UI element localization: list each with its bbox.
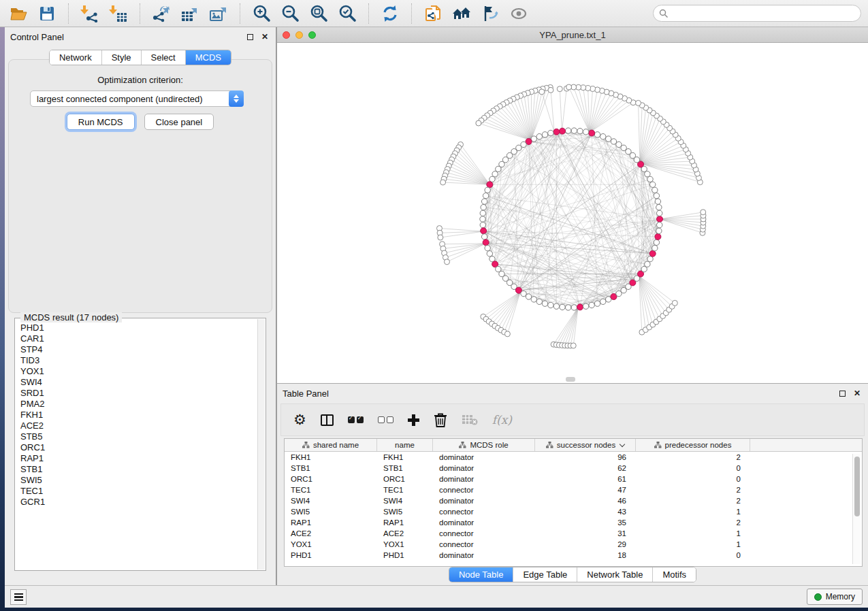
float-panel-icon[interactable] bbox=[244, 31, 255, 42]
mcds-result-item[interactable]: SWI4 bbox=[20, 377, 257, 388]
table-row[interactable]: ACE2ACE2connector311 bbox=[285, 528, 862, 539]
optimization-criterion-select[interactable]: largest connected component (undirected) bbox=[30, 90, 244, 107]
leaf-node[interactable] bbox=[476, 120, 481, 126]
table-row[interactable]: ORC1ORC1dominator610 bbox=[285, 474, 862, 484]
tab-mcds[interactable]: MCDS bbox=[185, 50, 231, 65]
network-node[interactable] bbox=[594, 132, 600, 137]
mcds-result-item[interactable]: FKH1 bbox=[20, 410, 257, 420]
network-node[interactable] bbox=[594, 301, 600, 306]
network-window-titlebar[interactable]: YPA_prune.txt_1 bbox=[277, 27, 868, 43]
column-header-name[interactable]: name bbox=[377, 439, 433, 451]
network-node[interactable] bbox=[548, 302, 553, 308]
network-node[interactable] bbox=[492, 171, 498, 177]
mcds-node[interactable] bbox=[483, 240, 489, 246]
leaf-node[interactable] bbox=[548, 87, 553, 93]
table-scrollbar[interactable] bbox=[852, 454, 861, 564]
leaf-node[interactable] bbox=[636, 100, 641, 105]
deselect-all-columns-icon[interactable] bbox=[378, 410, 393, 430]
network-node[interactable] bbox=[649, 182, 655, 187]
mcds-result-item[interactable]: STP4 bbox=[20, 344, 257, 355]
network-node[interactable] bbox=[487, 251, 492, 257]
network-node[interactable] bbox=[548, 130, 553, 135]
network-node[interactable] bbox=[600, 299, 606, 304]
leaf-node[interactable] bbox=[440, 180, 446, 185]
show-columns-icon[interactable] bbox=[321, 410, 334, 430]
network-node[interactable] bbox=[645, 171, 650, 177]
column-header-shared-name[interactable]: shared name bbox=[285, 439, 377, 451]
memory-button[interactable]: Memory bbox=[807, 589, 863, 605]
close-panel-icon[interactable]: ✕ bbox=[259, 31, 270, 42]
mcds-node[interactable] bbox=[487, 182, 493, 188]
network-node[interactable] bbox=[480, 210, 485, 216]
close-table-panel-icon[interactable]: ✕ bbox=[852, 388, 863, 399]
mcds-result-item[interactable]: TEC1 bbox=[20, 486, 257, 497]
network-node[interactable] bbox=[616, 142, 622, 147]
search-box[interactable] bbox=[653, 5, 861, 22]
network-node[interactable] bbox=[480, 222, 485, 227]
network-node[interactable] bbox=[657, 210, 662, 216]
refresh-layout-icon[interactable] bbox=[379, 3, 402, 24]
network-node[interactable] bbox=[536, 299, 542, 304]
network-node[interactable] bbox=[645, 261, 650, 267]
network-node[interactable] bbox=[485, 187, 490, 193]
network-node[interactable] bbox=[654, 240, 659, 245]
search-input[interactable] bbox=[669, 9, 855, 18]
leaf-node[interactable] bbox=[557, 86, 562, 92]
network-node[interactable] bbox=[577, 128, 583, 133]
column-header-MCDS-role[interactable]: MCDS role bbox=[433, 439, 535, 451]
leaf-node[interactable] bbox=[504, 331, 510, 337]
network-node[interactable] bbox=[481, 234, 487, 240]
network-node[interactable] bbox=[565, 128, 570, 133]
mcds-node[interactable] bbox=[589, 130, 595, 136]
leaf-node[interactable] bbox=[566, 84, 572, 90]
table-row[interactable]: FKH1FKH1dominator962 bbox=[285, 452, 862, 463]
mcds-node[interactable] bbox=[559, 128, 565, 134]
hide-selected-icon[interactable] bbox=[479, 3, 502, 24]
open-session-icon[interactable] bbox=[7, 3, 30, 24]
export-network-icon[interactable] bbox=[150, 3, 173, 24]
export-table-icon[interactable] bbox=[178, 3, 202, 24]
select-all-columns-icon[interactable] bbox=[348, 410, 364, 430]
leaf-node[interactable] bbox=[701, 210, 706, 215]
table-settings-gear-icon[interactable]: ⚙ bbox=[293, 410, 306, 430]
result-list-scrollbar[interactable] bbox=[257, 319, 265, 569]
network-node[interactable] bbox=[652, 187, 658, 193]
network-node[interactable] bbox=[480, 216, 485, 222]
mcds-node[interactable] bbox=[655, 233, 661, 240]
mcds-node[interactable] bbox=[649, 250, 656, 257]
leaf-node[interactable] bbox=[539, 89, 545, 95]
close-panel-button[interactable]: Close panel bbox=[144, 114, 214, 130]
network-node[interactable] bbox=[583, 129, 588, 135]
network-node[interactable] bbox=[531, 297, 536, 302]
table-row[interactable]: STB1STB1dominator620 bbox=[285, 463, 862, 474]
table-row[interactable]: SWI4SWI4dominator462 bbox=[285, 495, 862, 506]
network-node[interactable] bbox=[485, 245, 490, 250]
network-node[interactable] bbox=[560, 304, 565, 310]
network-node[interactable] bbox=[655, 199, 660, 204]
network-node[interactable] bbox=[656, 228, 662, 233]
network-node[interactable] bbox=[611, 139, 616, 144]
task-history-button[interactable] bbox=[10, 589, 27, 605]
zoom-selected-icon[interactable] bbox=[336, 3, 359, 24]
network-node[interactable] bbox=[656, 204, 662, 210]
show-all-eye-icon[interactable] bbox=[507, 3, 530, 24]
table-tab-network-table[interactable]: Network Table bbox=[577, 567, 652, 582]
network-node[interactable] bbox=[657, 222, 662, 227]
first-neighbors-icon[interactable] bbox=[450, 3, 473, 24]
mcds-result-item[interactable]: ORC1 bbox=[20, 442, 257, 453]
clone-network-icon[interactable] bbox=[421, 3, 445, 24]
leaf-node[interactable] bbox=[445, 259, 450, 265]
network-hscroll-thumb[interactable] bbox=[566, 377, 575, 382]
run-mcds-button[interactable]: Run MCDS bbox=[67, 114, 135, 130]
network-node[interactable] bbox=[583, 303, 588, 309]
table-row[interactable]: YOX1YOX1connector291 bbox=[285, 539, 862, 550]
delete-column-icon[interactable] bbox=[434, 410, 447, 430]
import-table-icon[interactable] bbox=[107, 3, 130, 24]
table-tab-edge-table[interactable]: Edge Table bbox=[513, 567, 577, 582]
mcds-result-item[interactable]: ACE2 bbox=[20, 420, 257, 431]
column-header-predecessor-nodes[interactable]: predecessor nodes bbox=[636, 439, 750, 451]
network-node[interactable] bbox=[652, 245, 658, 250]
mcds-result-item[interactable]: TID3 bbox=[20, 355, 257, 366]
mcds-result-item[interactable]: SRD1 bbox=[20, 388, 257, 399]
mcds-result-item[interactable]: STB5 bbox=[20, 431, 257, 442]
